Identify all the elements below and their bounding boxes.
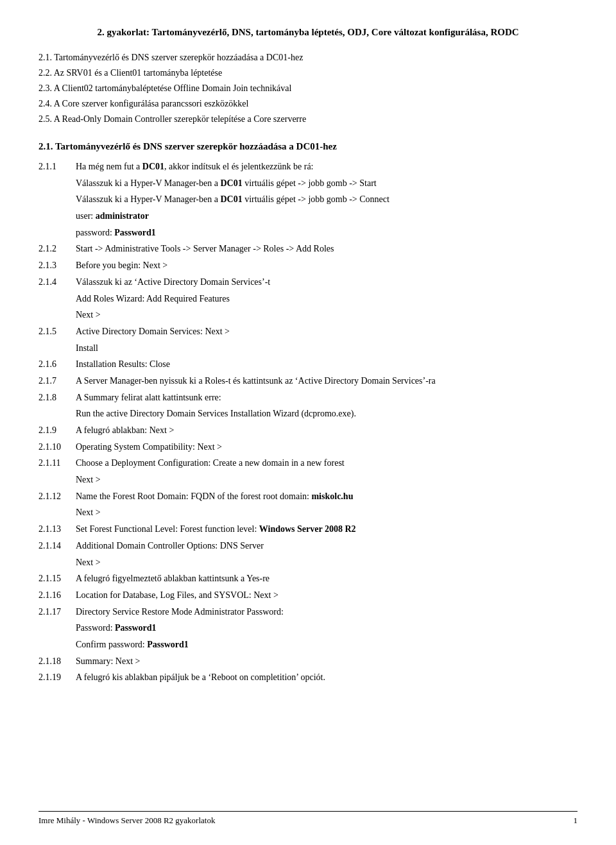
entry-2-1-18: 2.1.18 Summary: Next > <box>38 654 578 669</box>
sub-2-1-5-a: Install <box>76 341 578 355</box>
sub-2-1-1-b: Válasszuk ki a Hyper-V Manager-ben a DC0… <box>76 192 578 207</box>
entry-2-1-2: 2.1.2 Start -> Administrative Tools -> S… <box>38 242 578 256</box>
toc-item-2: 2.2. Az SRV01 és a Client01 tartományba … <box>38 66 578 80</box>
entry-2-1-5: 2.1.5 Active Directory Domain Services: … <box>38 325 578 339</box>
footer-left: Imre Mihály - Windows Server 2008 R2 gya… <box>38 815 215 826</box>
toc-item-3: 2.3. A Client02 tartománybaléptetése Off… <box>38 81 578 95</box>
entry-2-1-19: 2.1.19 A felugró kis ablakban pipáljuk b… <box>38 670 578 685</box>
toc-item-4: 2.4. A Core szerver konfigurálása paranc… <box>38 97 578 110</box>
entry-2-1-1: 2.1.1 Ha még nem fut a DC01, akkor indít… <box>38 160 578 174</box>
entry-2-1-8: 2.1.8 A Summary felirat alatt kattintsun… <box>38 391 578 405</box>
sub-2-1-8-a: Run the active Directory Domain Services… <box>76 407 578 421</box>
entry-2-1-9: 2.1.9 A felugró ablakban: Next > <box>38 423 578 438</box>
entry-2-1-11: 2.1.11 Choose a Deployment Configuration… <box>38 456 578 470</box>
sub-2-1-1-c: user: administrator <box>76 209 578 223</box>
entry-2-1-15: 2.1.15 A felugró figyelmeztető ablakban … <box>38 572 578 586</box>
sub-2-1-12-a: Next > <box>76 506 578 520</box>
sub-2-1-17-b: Confirm password: Password1 <box>76 638 578 652</box>
toc-item-1: 2.1. Tartományvezérlő és DNS szerver sze… <box>38 51 578 64</box>
footer-right: 1 <box>574 815 578 826</box>
table-of-contents: 2.1. Tartományvezérlő és DNS szerver sze… <box>38 51 578 126</box>
entry-2-1-17: 2.1.17 Directory Service Restore Mode Ad… <box>38 605 578 619</box>
main-title: 2. gyakorlat: Tartományvezérlő, DNS, tar… <box>38 26 578 39</box>
sub-2-1-11-a: Next > <box>76 473 578 487</box>
section-title: 2.1. Tartományvezérlő és DNS szerver sze… <box>38 140 578 153</box>
entry-2-1-13: 2.1.13 Set Forest Functional Level: Fore… <box>38 522 578 536</box>
sub-2-1-17-a: Password: Password1 <box>76 621 578 635</box>
sub-2-1-4-b: Next > <box>76 308 578 322</box>
entry-2-1-16: 2.1.16 Location for Database, Log Files,… <box>38 588 578 602</box>
entry-2-1-3: 2.1.3 Before you begin: Next > <box>38 259 578 273</box>
footer: Imre Mihály - Windows Server 2008 R2 gya… <box>38 811 578 826</box>
entry-2-1-14: 2.1.14 Additional Domain Controller Opti… <box>38 539 578 553</box>
entry-2-1-4: 2.1.4 Válasszuk ki az ‘Active Directory … <box>38 275 578 289</box>
entry-2-1-10: 2.1.10 Operating System Compatibility: N… <box>38 440 578 454</box>
sub-2-1-1-a: Válasszuk ki a Hyper-V Manager-ben a DC0… <box>76 176 578 191</box>
entry-2-1-12: 2.1.12 Name the Forest Root Domain: FQDN… <box>38 490 578 504</box>
sub-2-1-4-a: Add Roles Wizard: Add Required Features <box>76 292 578 306</box>
toc-item-5: 2.5. A Read-Only Domain Controller szere… <box>38 112 578 126</box>
entry-2-1-6: 2.1.6 Installation Results: Close <box>38 357 578 371</box>
sub-2-1-14-a: Next > <box>76 556 578 570</box>
sub-2-1-1-d: password: Password1 <box>76 226 578 240</box>
entry-2-1-7: 2.1.7 A Server Manager-ben nyissuk ki a … <box>38 374 578 388</box>
